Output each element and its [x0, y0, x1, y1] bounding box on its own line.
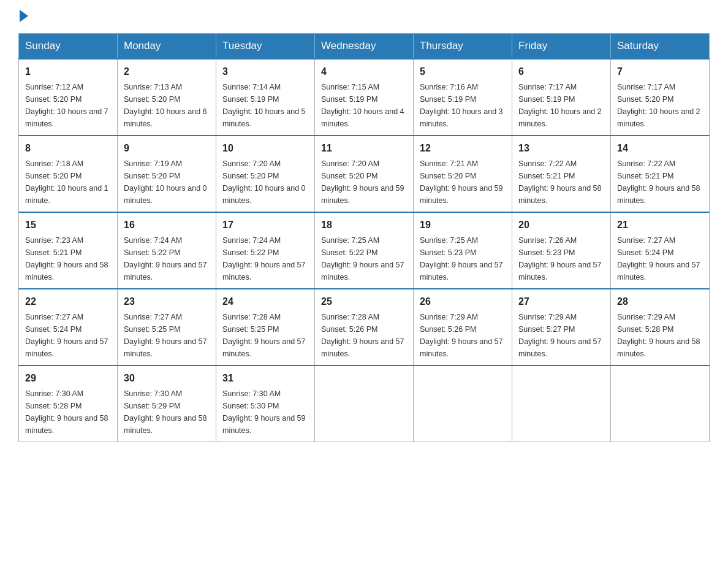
- calendar-cell: 25Sunrise: 7:28 AMSunset: 5:26 PMDayligh…: [315, 289, 414, 366]
- week-row-4: 22Sunrise: 7:27 AMSunset: 5:24 PMDayligh…: [19, 289, 710, 366]
- calendar-cell: [414, 366, 512, 442]
- day-number: 24: [222, 294, 308, 309]
- calendar-cell: 19Sunrise: 7:25 AMSunset: 5:23 PMDayligh…: [414, 212, 512, 289]
- calendar-cell: 13Sunrise: 7:22 AMSunset: 5:21 PMDayligh…: [512, 136, 611, 212]
- day-info: Sunrise: 7:17 AMSunset: 5:20 PMDaylight:…: [617, 83, 700, 128]
- day-info: Sunrise: 7:18 AMSunset: 5:20 PMDaylight:…: [25, 159, 108, 205]
- day-number: 22: [25, 294, 111, 309]
- day-info: Sunrise: 7:22 AMSunset: 5:21 PMDaylight:…: [617, 159, 700, 205]
- day-number: 28: [617, 294, 703, 309]
- calendar-cell: 31Sunrise: 7:30 AMSunset: 5:30 PMDayligh…: [216, 366, 315, 442]
- calendar-cell: 6Sunrise: 7:17 AMSunset: 5:19 PMDaylight…: [512, 59, 611, 136]
- week-row-1: 1Sunrise: 7:12 AMSunset: 5:20 PMDaylight…: [19, 59, 710, 136]
- calendar-cell: 16Sunrise: 7:24 AMSunset: 5:22 PMDayligh…: [118, 212, 216, 289]
- logo-arrow-icon: [20, 10, 28, 22]
- day-number: 23: [124, 294, 210, 309]
- day-info: Sunrise: 7:24 AMSunset: 5:22 PMDaylight:…: [222, 236, 306, 282]
- day-number: 15: [25, 218, 111, 232]
- weekday-header-thursday: Thursday: [414, 34, 512, 59]
- day-info: Sunrise: 7:20 AMSunset: 5:20 PMDaylight:…: [222, 159, 306, 205]
- day-number: 1: [25, 64, 111, 79]
- weekday-header-tuesday: Tuesday: [216, 34, 315, 59]
- calendar-cell: 22Sunrise: 7:27 AMSunset: 5:24 PMDayligh…: [19, 289, 118, 366]
- week-row-2: 8Sunrise: 7:18 AMSunset: 5:20 PMDaylight…: [19, 136, 710, 212]
- day-number: 29: [25, 371, 111, 386]
- calendar-cell: 8Sunrise: 7:18 AMSunset: 5:20 PMDaylight…: [19, 136, 118, 212]
- week-row-5: 29Sunrise: 7:30 AMSunset: 5:28 PMDayligh…: [19, 366, 710, 442]
- day-number: 17: [222, 218, 308, 232]
- day-info: Sunrise: 7:26 AMSunset: 5:23 PMDaylight:…: [518, 236, 602, 282]
- day-info: Sunrise: 7:25 AMSunset: 5:22 PMDaylight:…: [321, 236, 404, 282]
- weekday-header-saturday: Saturday: [611, 34, 710, 59]
- calendar-cell: 23Sunrise: 7:27 AMSunset: 5:25 PMDayligh…: [118, 289, 216, 366]
- calendar-cell: 14Sunrise: 7:22 AMSunset: 5:21 PMDayligh…: [611, 136, 710, 212]
- calendar-cell: 15Sunrise: 7:23 AMSunset: 5:21 PMDayligh…: [19, 212, 118, 289]
- day-info: Sunrise: 7:13 AMSunset: 5:20 PMDaylight:…: [124, 83, 207, 128]
- day-number: 25: [321, 294, 407, 309]
- weekday-header-wednesday: Wednesday: [315, 34, 414, 59]
- day-number: 3: [222, 64, 308, 79]
- day-info: Sunrise: 7:30 AMSunset: 5:28 PMDaylight:…: [25, 389, 108, 435]
- day-number: 26: [420, 294, 506, 309]
- calendar-cell: 11Sunrise: 7:20 AMSunset: 5:20 PMDayligh…: [315, 136, 414, 212]
- calendar-cell: 12Sunrise: 7:21 AMSunset: 5:20 PMDayligh…: [414, 136, 512, 212]
- calendar-cell: 3Sunrise: 7:14 AMSunset: 5:19 PMDaylight…: [216, 59, 315, 136]
- day-info: Sunrise: 7:30 AMSunset: 5:29 PMDaylight:…: [124, 389, 207, 435]
- calendar-cell: [611, 366, 710, 442]
- day-info: Sunrise: 7:17 AMSunset: 5:19 PMDaylight:…: [518, 83, 602, 128]
- day-info: Sunrise: 7:24 AMSunset: 5:22 PMDaylight:…: [124, 236, 207, 282]
- day-number: 7: [617, 64, 703, 79]
- day-info: Sunrise: 7:22 AMSunset: 5:21 PMDaylight:…: [518, 159, 602, 205]
- day-number: 4: [321, 64, 407, 79]
- calendar-cell: [512, 366, 611, 442]
- day-info: Sunrise: 7:21 AMSunset: 5:20 PMDaylight:…: [420, 159, 503, 205]
- day-info: Sunrise: 7:20 AMSunset: 5:20 PMDaylight:…: [321, 159, 404, 205]
- day-number: 12: [420, 141, 506, 156]
- calendar-cell: 7Sunrise: 7:17 AMSunset: 5:20 PMDaylight…: [611, 59, 710, 136]
- day-info: Sunrise: 7:27 AMSunset: 5:25 PMDaylight:…: [124, 313, 207, 358]
- day-info: Sunrise: 7:27 AMSunset: 5:24 PMDaylight:…: [617, 236, 700, 282]
- day-number: 30: [124, 371, 210, 386]
- calendar-cell: 24Sunrise: 7:28 AMSunset: 5:25 PMDayligh…: [216, 289, 315, 366]
- day-info: Sunrise: 7:28 AMSunset: 5:26 PMDaylight:…: [321, 313, 404, 358]
- calendar-cell: 2Sunrise: 7:13 AMSunset: 5:20 PMDaylight…: [118, 59, 216, 136]
- week-row-3: 15Sunrise: 7:23 AMSunset: 5:21 PMDayligh…: [19, 212, 710, 289]
- calendar-cell: 9Sunrise: 7:19 AMSunset: 5:20 PMDaylight…: [118, 136, 216, 212]
- calendar-cell: 4Sunrise: 7:15 AMSunset: 5:19 PMDaylight…: [315, 59, 414, 136]
- day-info: Sunrise: 7:29 AMSunset: 5:26 PMDaylight:…: [420, 313, 503, 358]
- day-info: Sunrise: 7:23 AMSunset: 5:21 PMDaylight:…: [25, 236, 108, 282]
- day-number: 31: [222, 371, 308, 386]
- weekday-header-monday: Monday: [118, 34, 216, 59]
- day-number: 2: [124, 64, 210, 79]
- day-number: 10: [222, 141, 308, 156]
- day-info: Sunrise: 7:16 AMSunset: 5:19 PMDaylight:…: [420, 83, 503, 128]
- day-number: 27: [518, 294, 604, 309]
- calendar-cell: 26Sunrise: 7:29 AMSunset: 5:26 PMDayligh…: [414, 289, 512, 366]
- page-header: [18, 12, 710, 21]
- day-number: 9: [124, 141, 210, 156]
- day-number: 14: [617, 141, 703, 156]
- calendar-cell: 29Sunrise: 7:30 AMSunset: 5:28 PMDayligh…: [19, 366, 118, 442]
- day-number: 16: [124, 218, 210, 232]
- calendar-cell: 10Sunrise: 7:20 AMSunset: 5:20 PMDayligh…: [216, 136, 315, 212]
- day-number: 21: [617, 218, 703, 232]
- day-number: 13: [518, 141, 604, 156]
- calendar-cell: 17Sunrise: 7:24 AMSunset: 5:22 PMDayligh…: [216, 212, 315, 289]
- day-number: 18: [321, 218, 407, 232]
- calendar-cell: 21Sunrise: 7:27 AMSunset: 5:24 PMDayligh…: [611, 212, 710, 289]
- day-number: 11: [321, 141, 407, 156]
- day-number: 5: [420, 64, 506, 79]
- day-info: Sunrise: 7:29 AMSunset: 5:28 PMDaylight:…: [617, 313, 700, 358]
- calendar-cell: 27Sunrise: 7:29 AMSunset: 5:27 PMDayligh…: [512, 289, 611, 366]
- day-info: Sunrise: 7:12 AMSunset: 5:20 PMDaylight:…: [25, 83, 108, 128]
- day-number: 20: [518, 218, 604, 232]
- day-number: 6: [518, 64, 604, 79]
- logo: [18, 12, 28, 21]
- calendar-cell: 1Sunrise: 7:12 AMSunset: 5:20 PMDaylight…: [19, 59, 118, 136]
- weekday-header-row: SundayMondayTuesdayWednesdayThursdayFrid…: [19, 34, 710, 59]
- day-info: Sunrise: 7:29 AMSunset: 5:27 PMDaylight:…: [518, 313, 602, 358]
- day-info: Sunrise: 7:19 AMSunset: 5:20 PMDaylight:…: [124, 159, 207, 205]
- day-info: Sunrise: 7:27 AMSunset: 5:24 PMDaylight:…: [25, 313, 108, 358]
- calendar-cell: [315, 366, 414, 442]
- day-number: 19: [420, 218, 506, 232]
